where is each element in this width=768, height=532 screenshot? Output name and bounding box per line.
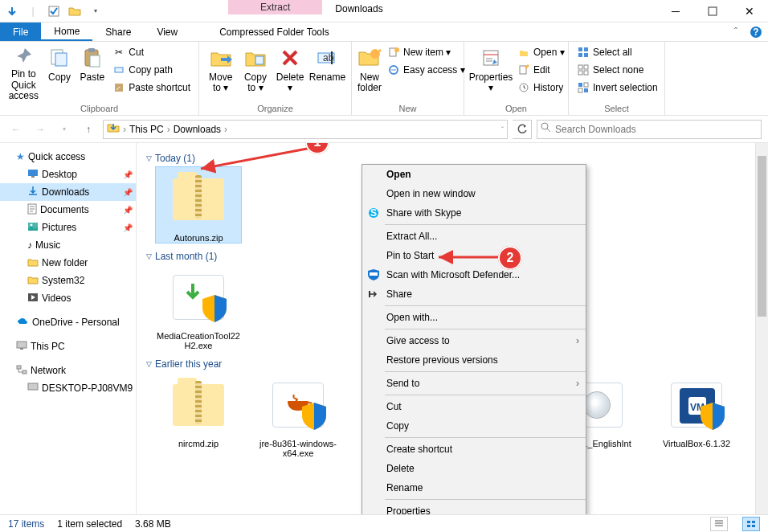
- context-menu-item[interactable]: Delete: [362, 459, 586, 478]
- nav-recent-button[interactable]: ▾: [55, 120, 74, 139]
- open-icon: [517, 46, 530, 59]
- easy-access-button[interactable]: Easy access ▾: [384, 61, 468, 79]
- context-menu-item[interactable]: Cut: [362, 397, 586, 416]
- nav-back-button[interactable]: ←: [6, 120, 26, 139]
- chevron-right-icon[interactable]: ›: [224, 124, 227, 135]
- chevron-right-icon[interactable]: ›: [167, 124, 170, 135]
- context-menu-item[interactable]: Scan with Microsoft Defender...: [362, 265, 586, 284]
- breadcrumb-this-pc[interactable]: This PC: [129, 124, 164, 135]
- tab-compressed-tools[interactable]: Compressed Folder Tools: [206, 23, 342, 41]
- tree-desktop[interactable]: Desktop📌: [0, 166, 136, 183]
- context-menu-item[interactable]: Pin to Start: [362, 246, 586, 265]
- copy-path-button[interactable]: Copy path: [109, 61, 194, 79]
- tree-onedrive[interactable]: OneDrive - Personal: [0, 313, 136, 331]
- minimize-button[interactable]: ─: [657, 0, 694, 22]
- help-button[interactable]: ?: [744, 23, 768, 41]
- new-folder-label: New folder: [357, 72, 382, 93]
- invert-selection-button[interactable]: Invert selection: [574, 79, 661, 96]
- tree-network[interactable]: Network: [0, 362, 136, 379]
- nav-up-button[interactable]: ↑: [79, 120, 98, 139]
- tree-quick-access[interactable]: ★Quick access: [0, 148, 136, 166]
- context-menu-item[interactable]: Restore previous versions: [362, 350, 586, 370]
- search-box[interactable]: [537, 120, 762, 139]
- properties-button[interactable]: Properties ▾: [469, 43, 513, 101]
- cut-button[interactable]: ✂Cut: [109, 43, 194, 61]
- context-menu-item[interactable]: Rename: [362, 478, 586, 497]
- context-menu-item[interactable]: Open with...: [362, 308, 586, 327]
- maximize-button[interactable]: [694, 0, 731, 22]
- context-menu-item[interactable]: Properties: [362, 501, 586, 514]
- new-folder-button[interactable]: New folder: [357, 43, 382, 101]
- file-item[interactable]: VMVirtualBox-6.1.32: [654, 373, 739, 458]
- tree-this-pc[interactable]: This PC: [0, 338, 136, 355]
- select-all-button[interactable]: Select all: [574, 43, 661, 61]
- view-large-icons-button[interactable]: [742, 517, 760, 531]
- tree-downloads[interactable]: Downloads📌: [0, 183, 136, 201]
- context-menu-item[interactable]: Give access to›: [362, 331, 586, 350]
- address-bar[interactable]: › This PC › Downloads › ˇ: [103, 120, 508, 139]
- paste-button[interactable]: Paste: [76, 43, 108, 101]
- documents-icon: [27, 203, 37, 217]
- context-menu-item[interactable]: Share: [362, 284, 586, 304]
- file-item[interactable]: jre-8u361-windows-x64.exe: [255, 373, 341, 458]
- address-dropdown-icon[interactable]: ˇ: [501, 125, 504, 133]
- tree-pictures[interactable]: Pictures📌: [0, 219, 136, 236]
- tree-system32[interactable]: System32: [0, 272, 136, 289]
- copy-button[interactable]: Copy: [44, 43, 76, 101]
- pin-label: Pin to Quick access: [5, 69, 43, 101]
- tree-desktop-pc[interactable]: DESKTOP-PJ08VM9: [0, 379, 136, 397]
- copy-to-button[interactable]: Copy to ▾: [239, 43, 272, 101]
- context-menu-item[interactable]: Extract All...: [362, 227, 586, 246]
- scrollbar-thumb[interactable]: [758, 156, 766, 317]
- tree-documents[interactable]: Documents📌: [0, 201, 136, 219]
- context-menu[interactable]: OpenOpen in new windowSShare with SkypeE…: [362, 164, 586, 514]
- tree-music[interactable]: ♪Music: [0, 236, 136, 254]
- navigation-pane[interactable]: ★Quick access Desktop📌 Downloads📌 Docume…: [0, 143, 137, 514]
- paste-label: Paste: [80, 72, 105, 83]
- file-item[interactable]: Autoruns.zip: [156, 167, 241, 243]
- file-list-pane[interactable]: ▽Today (1) Autoruns.zip ▽Last month (1) …: [137, 143, 755, 514]
- close-button[interactable]: ✕: [731, 0, 768, 22]
- context-menu-item[interactable]: Send to›: [362, 374, 586, 393]
- open-button[interactable]: Open ▾: [514, 43, 568, 61]
- context-menu-item[interactable]: Open in new window: [362, 184, 586, 203]
- context-menu-item[interactable]: Create shortcut: [362, 440, 586, 459]
- breadcrumb-downloads[interactable]: Downloads: [174, 124, 221, 135]
- delete-button[interactable]: Delete ▾: [274, 43, 307, 101]
- ribbon-collapse-button[interactable]: ˆ: [728, 23, 744, 41]
- nav-forward-button[interactable]: →: [31, 120, 50, 139]
- tab-view[interactable]: View: [144, 23, 190, 41]
- search-input[interactable]: [555, 124, 758, 135]
- tree-videos[interactable]: Videos: [0, 289, 136, 307]
- qat-folder-icon[interactable]: [66, 2, 84, 20]
- paste-icon: [80, 45, 105, 71]
- file-thumb: [166, 167, 231, 231]
- tab-share[interactable]: Share: [92, 23, 144, 41]
- qat-dropdown-icon[interactable]: ▾: [87, 2, 104, 20]
- history-button[interactable]: History: [514, 79, 568, 96]
- tree-new-folder[interactable]: New folder: [0, 254, 136, 272]
- context-menu-label: Share with Skype: [386, 207, 461, 219]
- file-item[interactable]: MediaCreationTool22H2.exe: [156, 265, 241, 350]
- view-details-button[interactable]: [710, 517, 728, 531]
- vertical-scrollbar[interactable]: [755, 143, 768, 514]
- refresh-button[interactable]: [513, 120, 532, 139]
- context-menu-item[interactable]: SShare with Skype: [362, 203, 586, 223]
- context-menu-item[interactable]: Copy: [362, 416, 586, 436]
- pin-to-quick-access-button[interactable]: Pin to Quick access: [5, 43, 43, 101]
- context-menu-item[interactable]: Open: [362, 165, 586, 184]
- move-to-button[interactable]: Move to ▾: [204, 43, 237, 101]
- rename-icon: ab: [314, 45, 340, 71]
- file-tab[interactable]: File: [0, 23, 41, 41]
- tab-home[interactable]: Home: [41, 23, 92, 41]
- select-none-button[interactable]: Select none: [574, 61, 661, 79]
- edit-button[interactable]: Edit: [514, 61, 568, 79]
- rename-button[interactable]: abRename: [308, 43, 346, 101]
- group-header-today[interactable]: ▽Today (1): [146, 153, 746, 164]
- chevron-right-icon[interactable]: ›: [123, 124, 126, 135]
- file-item[interactable]: nircmd.zip: [156, 373, 241, 458]
- qat-checkbox-icon[interactable]: [45, 2, 63, 20]
- new-item-button[interactable]: New item ▾: [384, 43, 468, 61]
- paste-shortcut-button[interactable]: Paste shortcut: [109, 79, 194, 96]
- qat-down-arrow-icon[interactable]: [3, 2, 21, 20]
